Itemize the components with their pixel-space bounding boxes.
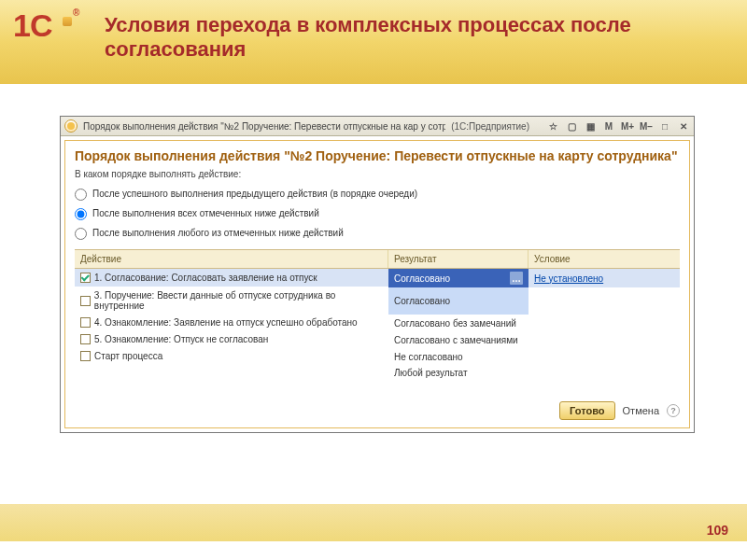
svg-point-0 (67, 122, 75, 130)
help-icon[interactable]: ? (667, 404, 680, 417)
col-action: Действие (75, 250, 388, 268)
table-row[interactable]: 5. Ознакомление: Отпуск не согласован Со… (75, 331, 680, 348)
radio-group-order: После успешного выполнения предыдущего д… (65, 185, 689, 249)
dialog-body: Порядок выполнения действия "№2 Поручени… (64, 140, 690, 428)
dialog-heading: Порядок выполнения действия "№2 Поручени… (65, 141, 689, 169)
radio-after-any[interactable]: После выполнения любого из отмеченных ни… (75, 224, 680, 244)
cell-action: 1. Согласование: Согласовать заявление н… (94, 273, 317, 283)
table-row[interactable]: 4. Ознакомление: Заявление на отпуск усп… (75, 315, 680, 331)
logo-registered-icon: ® (73, 7, 79, 18)
table-row[interactable]: Старт процесса Не согласовано (75, 348, 680, 365)
checkbox-icon[interactable] (80, 273, 91, 283)
checkbox-icon[interactable] (80, 351, 91, 361)
table-row[interactable]: Любой результат (75, 365, 680, 381)
col-result: Результат (388, 250, 529, 268)
cell-result: Согласовано (394, 273, 450, 284)
checkbox-icon[interactable] (80, 296, 91, 306)
window-title: Порядок выполнения действия "№2 Поручени… (83, 121, 445, 132)
col-condition: Условие (529, 250, 680, 268)
page-number: 109 (707, 523, 728, 538)
restore-icon[interactable]: □ (658, 119, 671, 133)
result-picker-button[interactable]: … (510, 272, 523, 285)
cell-result: Согласовано без замечаний (394, 318, 516, 329)
dialog-window: Порядок выполнения действия "№2 Поручени… (60, 116, 695, 433)
radio-after-previous[interactable]: После успешного выполнения предыдущего д… (75, 185, 680, 204)
cancel-button[interactable]: Отмена (623, 405, 659, 416)
memory-m-button[interactable]: M (602, 119, 615, 133)
cell-action: 3. Поручение: Ввести данные об отпуске с… (94, 290, 383, 311)
dialog-footer: Готово Отмена ? (65, 394, 689, 427)
table-row[interactable]: 1. Согласование: Согласовать заявление н… (75, 269, 680, 287)
memory-mplus-button[interactable]: M+ (621, 119, 634, 133)
checkbox-icon[interactable] (80, 317, 91, 328)
table-header: Действие Результат Условие (75, 250, 680, 269)
logo-accent-icon (63, 17, 72, 26)
slide-header: 1C ® Условия перехода в комплексных проц… (0, 0, 747, 84)
slide-footer-bar (0, 504, 747, 541)
close-icon[interactable]: ✕ (677, 119, 690, 133)
memory-mminus-button[interactable]: M− (640, 119, 653, 133)
cell-result: Согласовано (394, 296, 450, 306)
dialog-subheading: В каком порядке выполнять действие: (65, 169, 689, 185)
logo-1c: 1C ® (13, 9, 51, 41)
table-row-empty (75, 381, 680, 394)
slide-title: Условия перехода в комплексных процессах… (105, 13, 728, 63)
cell-action: 4. Ознакомление: Заявление на отпуск усп… (94, 317, 358, 328)
cell-result: Согласовано с замечаниями (394, 335, 518, 345)
table-row[interactable]: 3. Поручение: Ввести данные об отпуске с… (75, 287, 680, 315)
window-title-tail: (1С:Предприятие) (451, 121, 529, 132)
cell-result: Не согласовано (394, 352, 463, 362)
cell-action: 5. Ознакомление: Отпуск не согласован (94, 334, 268, 344)
logo-1c-text: 1C (13, 7, 51, 43)
cell-result: Любой результат (394, 368, 468, 378)
checkbox-icon[interactable] (80, 334, 91, 344)
cell-action: Старт процесса (94, 351, 162, 361)
date-icon[interactable]: ▦ (584, 119, 597, 133)
titlebar: Порядок выполнения действия "№2 Поручени… (61, 117, 694, 136)
favorite-icon[interactable]: ☆ (546, 119, 559, 133)
radio-after-all[interactable]: После выполнения всех отмеченных ниже де… (75, 204, 680, 224)
done-button[interactable]: Готово (559, 401, 614, 420)
actions-table: Действие Результат Условие 1. Согласован… (75, 249, 680, 394)
app-icon (64, 119, 78, 133)
calc-icon[interactable]: ▢ (565, 119, 578, 133)
condition-link[interactable]: Не установлено (534, 273, 603, 284)
